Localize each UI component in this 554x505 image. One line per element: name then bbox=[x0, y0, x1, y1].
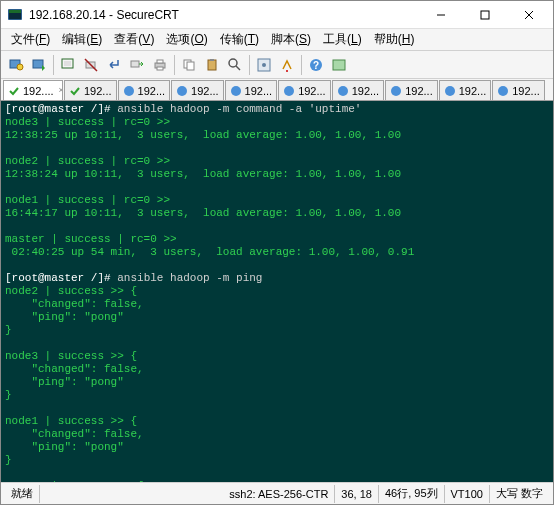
tab-8[interactable]: 192... bbox=[439, 80, 492, 100]
svg-point-32 bbox=[231, 86, 241, 96]
menu-options[interactable]: 选项(O) bbox=[160, 31, 213, 48]
tab-1[interactable]: 192... bbox=[64, 80, 117, 100]
toolbar-disconnect-icon[interactable] bbox=[80, 54, 102, 76]
menu-edit[interactable]: 编辑(E) bbox=[56, 31, 108, 48]
svg-point-33 bbox=[284, 86, 294, 96]
globe-icon bbox=[283, 85, 295, 97]
tab-close-icon[interactable]: × bbox=[57, 86, 63, 95]
minimize-button[interactable] bbox=[419, 1, 463, 29]
statusbar: 就绪 ssh2: AES-256-CTR 36, 18 46行, 95列 VT1… bbox=[1, 482, 553, 504]
svg-rect-29 bbox=[333, 60, 345, 70]
menu-script[interactable]: 脚本(S) bbox=[265, 31, 317, 48]
svg-rect-4 bbox=[481, 11, 489, 19]
toolbar-sep bbox=[249, 55, 250, 75]
status-connection: ssh2: AES-256-CTR bbox=[223, 485, 335, 503]
globe-icon bbox=[497, 85, 509, 97]
window-title: 192.168.20.14 - SecureCRT bbox=[29, 8, 419, 22]
globe-icon bbox=[230, 85, 242, 97]
status-term: VT100 bbox=[445, 485, 490, 503]
toolbar-help-icon[interactable]: ? bbox=[305, 54, 327, 76]
toolbar-enter-icon[interactable] bbox=[103, 54, 125, 76]
toolbar-settings-icon[interactable] bbox=[276, 54, 298, 76]
toolbar-paste-icon[interactable] bbox=[201, 54, 223, 76]
svg-rect-20 bbox=[208, 60, 216, 70]
svg-point-36 bbox=[445, 86, 455, 96]
app-icon bbox=[7, 7, 23, 23]
svg-rect-2 bbox=[9, 10, 21, 13]
tabbar: 192....× 192... 192... 192... 192... 192… bbox=[1, 79, 553, 101]
tab-2[interactable]: 192... bbox=[118, 80, 171, 100]
maximize-button[interactable] bbox=[463, 1, 507, 29]
svg-point-34 bbox=[338, 86, 348, 96]
toolbar-copy-icon[interactable] bbox=[178, 54, 200, 76]
toolbar-quickconnect-icon[interactable] bbox=[28, 54, 50, 76]
status-caps: 大写 数字 bbox=[490, 485, 549, 503]
tab-6[interactable]: 192... bbox=[332, 80, 385, 100]
tab-4[interactable]: 192... bbox=[225, 80, 278, 100]
menu-help[interactable]: 帮助(H) bbox=[368, 31, 421, 48]
toolbar-sep bbox=[301, 55, 302, 75]
svg-rect-17 bbox=[157, 67, 163, 70]
globe-icon bbox=[123, 85, 135, 97]
toolbar-options-icon[interactable] bbox=[253, 54, 275, 76]
svg-point-8 bbox=[17, 64, 23, 70]
toolbar-send-icon[interactable] bbox=[126, 54, 148, 76]
status-ready: 就绪 bbox=[5, 485, 40, 503]
toolbar-sep bbox=[174, 55, 175, 75]
titlebar: 192.168.20.14 - SecureCRT bbox=[1, 1, 553, 29]
globe-icon bbox=[337, 85, 349, 97]
check-icon bbox=[69, 85, 81, 97]
globe-icon bbox=[176, 85, 188, 97]
menubar: 文件(F) 编辑(E) 查看(V) 选项(O) 传输(T) 脚本(S) 工具(L… bbox=[1, 29, 553, 51]
toolbar-about-icon[interactable] bbox=[328, 54, 350, 76]
status-size: 46行, 95列 bbox=[379, 485, 445, 503]
menu-transfer[interactable]: 传输(T) bbox=[214, 31, 265, 48]
svg-point-22 bbox=[229, 59, 237, 67]
svg-line-23 bbox=[236, 66, 240, 70]
status-position: 36, 18 bbox=[335, 485, 379, 503]
svg-point-35 bbox=[391, 86, 401, 96]
svg-rect-11 bbox=[64, 61, 71, 66]
toolbar: ? bbox=[1, 51, 553, 79]
svg-point-26 bbox=[286, 70, 288, 72]
tab-9[interactable]: 192... bbox=[492, 80, 545, 100]
svg-point-25 bbox=[262, 63, 266, 67]
menu-file[interactable]: 文件(F) bbox=[5, 31, 56, 48]
toolbar-printer-icon[interactable] bbox=[149, 54, 171, 76]
menu-tools[interactable]: 工具(L) bbox=[317, 31, 368, 48]
svg-text:?: ? bbox=[313, 60, 319, 71]
toolbar-find-icon[interactable] bbox=[224, 54, 246, 76]
menu-view[interactable]: 查看(V) bbox=[108, 31, 160, 48]
svg-rect-14 bbox=[131, 61, 139, 67]
terminal[interactable]: [root@master /]# ansible hadoop -m comma… bbox=[1, 101, 553, 482]
tab-5[interactable]: 192... bbox=[278, 80, 331, 100]
tab-3[interactable]: 192... bbox=[171, 80, 224, 100]
svg-rect-19 bbox=[187, 62, 194, 70]
globe-icon bbox=[444, 85, 456, 97]
close-button[interactable] bbox=[507, 1, 551, 29]
toolbar-sep bbox=[53, 55, 54, 75]
globe-icon bbox=[390, 85, 402, 97]
toolbar-reconnect-icon[interactable] bbox=[57, 54, 79, 76]
svg-point-31 bbox=[177, 86, 187, 96]
svg-rect-21 bbox=[210, 59, 214, 61]
svg-point-30 bbox=[124, 86, 134, 96]
tab-0[interactable]: 192....× bbox=[3, 80, 63, 100]
svg-rect-9 bbox=[33, 60, 43, 68]
tab-7[interactable]: 192... bbox=[385, 80, 438, 100]
svg-rect-16 bbox=[157, 60, 163, 63]
check-icon bbox=[8, 85, 20, 97]
toolbar-connect-icon[interactable] bbox=[5, 54, 27, 76]
svg-point-37 bbox=[498, 86, 508, 96]
